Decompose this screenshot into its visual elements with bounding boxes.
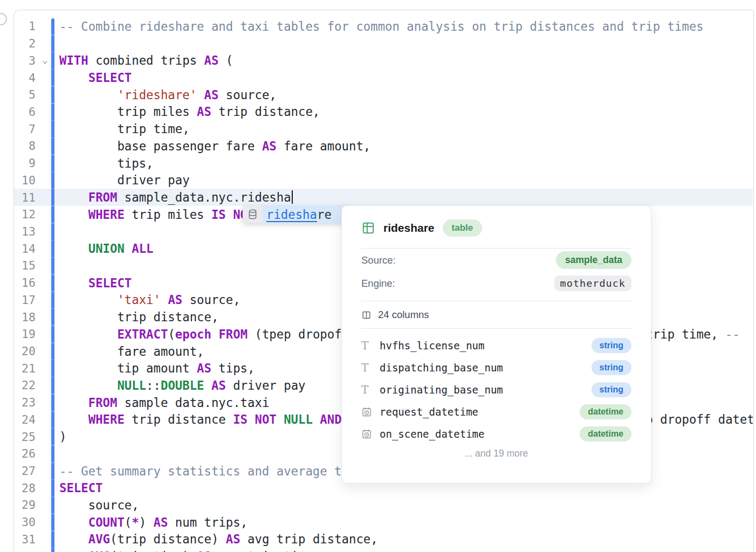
gutter: [36, 155, 59, 172]
text-type-icon: T: [361, 383, 368, 396]
code-text: base_passenger_fare AS fare_amount,: [59, 139, 753, 153]
gutter: [36, 445, 59, 463]
line-number: 4: [14, 71, 36, 85]
gutter: [36, 120, 59, 137]
line-number: 10: [14, 174, 36, 187]
text-type-icon: T: [361, 339, 368, 352]
column-row: Toriginating_base_numstring: [361, 378, 631, 401]
line-number: 15: [14, 259, 36, 272]
code-line[interactable]: 1-- Combine rideshare and taxi tables fo…: [14, 18, 753, 35]
column-name: request_datetime: [380, 406, 580, 418]
popup-header: rideshare table: [361, 217, 631, 239]
line-number: 22: [14, 378, 36, 392]
line-number: 1: [14, 19, 36, 33]
source-row: Source: sample_data: [361, 249, 631, 272]
line-number: 25: [14, 430, 36, 444]
code-line[interactable]: 31 AVG(trip_distance) AS avg_trip_distan…: [14, 531, 753, 548]
gutter: [36, 360, 59, 377]
line-number: 18: [14, 310, 36, 324]
autocomplete-item-rideshare[interactable]: rideshare: [263, 205, 352, 223]
gutter: [36, 137, 59, 155]
code-line[interactable]: 5 'rideshare' AS source,: [14, 86, 753, 104]
table-type-badge: table: [443, 219, 483, 237]
code-text: -- Combine rideshare and taxi tables for…: [59, 19, 753, 33]
gutter: ⌄: [36, 52, 59, 69]
code-line[interactable]: 11 FROM sample_data.nyc.ridesha: [14, 189, 753, 206]
gutter: [36, 463, 59, 480]
line-number: 19: [14, 327, 36, 341]
autocomplete-dropdown[interactable]: rideshare: [243, 205, 352, 223]
line-number: 8: [14, 139, 36, 153]
line-number: 30: [14, 515, 36, 529]
gutter: [36, 257, 59, 274]
column-row: on_scene_datetimedatetime: [361, 423, 631, 445]
line-number: 16: [14, 276, 36, 289]
text-cursor: [292, 190, 293, 204]
code-line[interactable]: 9 tips,: [14, 155, 753, 172]
autocomplete-match-text: ridesha: [266, 208, 317, 222]
code-text: source,: [59, 498, 753, 512]
gutter: [36, 189, 59, 206]
gutter: [36, 104, 59, 121]
line-number: 3: [14, 54, 36, 67]
gutter: [36, 411, 59, 429]
line-number: 20: [14, 344, 36, 358]
line-number: 29: [14, 498, 36, 512]
code-line[interactable]: 8 base_passenger_fare AS fare_amount,: [14, 137, 753, 155]
sql-editor-screen: 1-- Combine rideshare and taxi tables fo…: [0, 0, 756, 552]
code-line[interactable]: 32 AVG(trip_time) AS avg_trip_time,: [14, 548, 753, 552]
code-line[interactable]: 29 source,: [14, 496, 753, 514]
gutter: [36, 292, 59, 309]
code-line[interactable]: 2: [14, 35, 753, 52]
line-number: 32: [14, 550, 36, 552]
gutter: [36, 428, 59, 445]
column-type-badge: string: [592, 338, 631, 353]
table-info-popup: rideshare table Source: sample_data Engi…: [341, 205, 651, 484]
code-line[interactable]: 4 SELECT: [14, 69, 753, 86]
source-label: Source:: [361, 254, 396, 266]
gutter: [36, 86, 59, 104]
line-number: 13: [14, 225, 36, 238]
code-line[interactable]: 3⌄WITH combined_trips AS (: [14, 52, 753, 69]
code-text: trip_miles AS trip_distance,: [59, 105, 753, 119]
line-number: 11: [14, 191, 36, 204]
code-text: AVG(trip_distance) AS avg_trip_distance,: [59, 532, 753, 546]
autocomplete-rest-text: re: [317, 208, 332, 222]
line-number: 7: [14, 122, 36, 136]
column-type-badge: datetime: [580, 426, 631, 441]
source-value-badge: sample_data: [556, 251, 631, 269]
code-text: WITH combined_trips AS (: [59, 53, 753, 67]
code-line[interactable]: 6 trip_miles AS trip_distance,: [14, 104, 753, 121]
popup-title: rideshare: [383, 222, 435, 234]
gutter: [36, 206, 59, 223]
gutter: [36, 343, 59, 360]
gutter: [36, 274, 59, 292]
column-row: Tdispatching_base_numstring: [361, 356, 631, 378]
more-columns-text: ... and 19 more: [361, 448, 631, 463]
gutter: [36, 35, 59, 52]
calendar-clock-icon: [361, 406, 372, 417]
code-line[interactable]: 30 COUNT(*) AS num_trips,: [14, 514, 753, 531]
column-name: originating_base_num: [380, 384, 592, 396]
gutter: [36, 171, 59, 189]
code-line[interactable]: 7 trip_time,: [14, 120, 753, 137]
code-text: SELECT: [59, 71, 753, 85]
fold-chevron-icon[interactable]: ⌄: [42, 55, 48, 65]
gutter: [36, 223, 59, 240]
line-number: 24: [14, 413, 36, 426]
column-type-badge: string: [592, 382, 631, 397]
line-number: 26: [14, 447, 36, 460]
gutter: [36, 308, 59, 326]
text-type-icon: T: [361, 361, 368, 374]
gutter: [36, 240, 59, 257]
columns-summary-row: 24 columns: [361, 301, 631, 328]
code-text: AVG(trip_time) AS avg_trip_time,: [59, 549, 753, 552]
code-text: COUNT(*) AS num_trips,: [59, 515, 753, 529]
code-line[interactable]: 10 driver_pay: [14, 171, 753, 189]
gutter: [36, 326, 59, 343]
code-text: tips,: [59, 156, 753, 170]
column-row: request_datetimedatetime: [361, 401, 631, 423]
column-name: hvfhs_license_num: [380, 340, 592, 351]
table-icon: [361, 221, 375, 235]
engine-row: Engine: motherduck: [361, 272, 631, 295]
